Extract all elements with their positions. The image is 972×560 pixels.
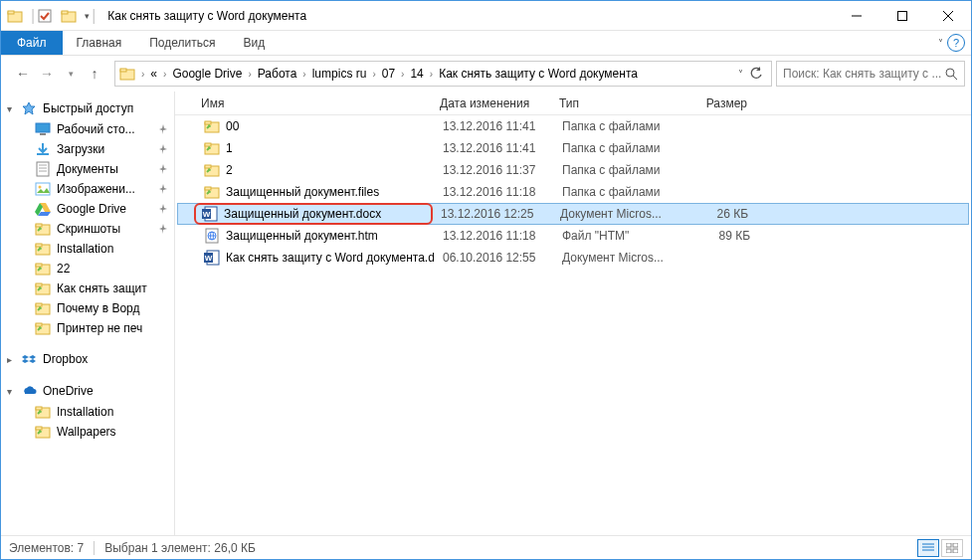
folder-icon	[204, 162, 220, 178]
svg-rect-62	[953, 549, 958, 553]
qat-dropdown-icon[interactable]: ▾	[85, 11, 90, 21]
sidebar-item[interactable]: Google Drive	[1, 199, 174, 219]
breadcrumb-item[interactable]: 14	[406, 67, 427, 81]
pin-icon	[154, 124, 168, 134]
pin-icon	[154, 184, 168, 194]
breadcrumb-item[interactable]: Google Drive	[168, 67, 246, 81]
file-type: Папка с файлами	[554, 119, 683, 133]
sidebar: ▾ Быстрый доступ Рабочий сто...ЗагрузкиД…	[1, 92, 175, 535]
sidebar-item[interactable]: Wallpapers	[1, 422, 174, 442]
checkbox-icon[interactable]	[37, 8, 53, 24]
sidebar-item[interactable]: Installation	[1, 239, 174, 259]
ribbon-tab-share[interactable]: Поделиться	[135, 31, 229, 55]
svg-rect-33	[36, 323, 42, 326]
file-row[interactable]: Защищенный документ.htm 13.12.2016 11:18…	[177, 225, 969, 247]
chevron-right-icon[interactable]: ▸	[7, 354, 12, 365]
file-row[interactable]: 2 13.12.2016 11:37 Папка с файлами	[177, 159, 969, 181]
sidebar-item[interactable]: Загрузки	[1, 139, 174, 159]
svg-rect-25	[36, 244, 42, 247]
help-icon[interactable]: ?	[947, 34, 965, 52]
file-type: Папка с файлами	[554, 185, 683, 199]
svg-rect-14	[40, 133, 46, 135]
breadcrumb-ellipsis[interactable]: «	[146, 67, 161, 81]
explorer-window: | ▾ | Как снять защиту с Word документа	[0, 0, 972, 560]
address-dropdown-icon[interactable]: ˅	[738, 69, 743, 80]
breadcrumb-item[interactable]: Как снять защиту с Word документа	[435, 67, 642, 81]
chevron-down-icon[interactable]: ▾	[7, 103, 12, 114]
file-row[interactable]: WЗащищенный документ.docx 13.12.2016 12:…	[177, 203, 969, 225]
chevron-right-icon[interactable]: ›	[246, 69, 253, 80]
svg-text:W: W	[203, 210, 211, 219]
breadcrumb-item[interactable]: Работа	[254, 67, 301, 81]
sidebar-item[interactable]: Принтер не печ	[1, 318, 174, 338]
gdrive-icon	[35, 201, 51, 217]
breadcrumb-item[interactable]: lumpics ru	[308, 67, 371, 81]
sidebar-item-label: Installation	[57, 242, 113, 256]
svg-rect-41	[205, 143, 211, 146]
sidebar-item[interactable]: Installation	[1, 402, 174, 422]
column-header-type[interactable]: Тип	[551, 96, 680, 110]
search-icon[interactable]	[945, 68, 958, 81]
file-row[interactable]: 00 13.12.2016 11:41 Папка с файлами	[177, 115, 969, 137]
chevron-right-icon[interactable]: ›	[300, 69, 307, 80]
sidebar-item[interactable]: Документы	[1, 159, 174, 179]
nav-history-dropdown-icon[interactable]: ▾	[61, 64, 81, 84]
file-row[interactable]: Защищенный документ.files 13.12.2016 11:…	[177, 181, 969, 203]
image-icon	[35, 181, 51, 197]
sidebar-quick-access[interactable]: ▾ Быстрый доступ	[1, 97, 174, 119]
ribbon: Файл Главная Поделиться Вид ˅ ?	[1, 31, 971, 56]
chevron-right-icon[interactable]: ›	[139, 69, 146, 80]
chevron-right-icon[interactable]: ›	[370, 69, 377, 80]
svg-rect-39	[205, 121, 211, 124]
chevron-right-icon[interactable]: ›	[399, 69, 406, 80]
file-size: 89 КБ	[683, 229, 758, 243]
qat: | ▾ |	[1, 7, 101, 25]
address-bar[interactable]: › « › Google Drive › Работа › lumpics ru…	[114, 61, 772, 87]
sidebar-onedrive[interactable]: ▾ OneDrive	[1, 380, 174, 402]
chevron-right-icon[interactable]: ›	[428, 69, 435, 80]
breadcrumb-item[interactable]: 07	[378, 67, 399, 81]
refresh-icon[interactable]	[749, 67, 763, 81]
chevron-down-icon[interactable]: ▾	[7, 386, 12, 397]
folder-icon	[35, 320, 51, 336]
sidebar-group-label: Быстрый доступ	[43, 101, 133, 115]
column-header-name[interactable]: Имя	[193, 96, 432, 110]
ribbon-file-tab[interactable]: Файл	[1, 31, 63, 55]
file-row[interactable]: WКак снять защиту с Word документа.docx …	[177, 247, 969, 269]
nav-forward-icon[interactable]: →	[37, 64, 57, 84]
sidebar-item-label: Installation	[57, 405, 113, 419]
ribbon-tab-home[interactable]: Главная	[63, 31, 136, 55]
sidebar-item[interactable]: 22	[1, 259, 174, 279]
column-header-size[interactable]: Размер	[680, 96, 755, 110]
sidebar-item[interactable]: Почему в Ворд	[1, 298, 174, 318]
close-button[interactable]	[925, 1, 971, 31]
chevron-right-icon[interactable]: ›	[161, 69, 168, 80]
star-icon	[21, 100, 37, 116]
column-header-date[interactable]: Дата изменения	[432, 96, 551, 110]
folder-icon	[204, 140, 220, 156]
sidebar-dropbox[interactable]: ▸ Dropbox	[1, 348, 174, 370]
view-details-button[interactable]	[917, 539, 939, 557]
view-icons-button[interactable]	[941, 539, 963, 557]
sidebar-item[interactable]: Изображени...	[1, 179, 174, 199]
ribbon-tab-view[interactable]: Вид	[229, 31, 279, 55]
desktop-icon	[35, 121, 51, 137]
minimize-button[interactable]	[834, 1, 879, 31]
folder-icon	[204, 118, 220, 134]
nav-back-icon[interactable]: ←	[13, 64, 33, 84]
file-row[interactable]: 1 13.12.2016 11:41 Папка с файлами	[177, 137, 969, 159]
sidebar-item[interactable]: Рабочий сто...	[1, 119, 174, 139]
nav-up-icon[interactable]: ↑	[85, 64, 104, 84]
search-box[interactable]	[776, 61, 965, 87]
search-input[interactable]	[783, 67, 945, 81]
sidebar-item[interactable]: Скриншоты	[1, 219, 174, 239]
file-type: Папка с файлами	[554, 141, 683, 155]
column-headers: Имя Дата изменения Тип Размер	[175, 92, 971, 115]
file-size: 26 КБ	[681, 207, 756, 221]
file-name: 00	[226, 119, 239, 133]
maximize-button[interactable]	[879, 1, 925, 31]
sidebar-item-label: Принтер не печ	[57, 321, 142, 335]
ribbon-collapse-icon[interactable]: ˅	[938, 38, 943, 49]
sidebar-item[interactable]: Как снять защит	[1, 279, 174, 298]
file-type: Папка с файлами	[554, 163, 683, 177]
